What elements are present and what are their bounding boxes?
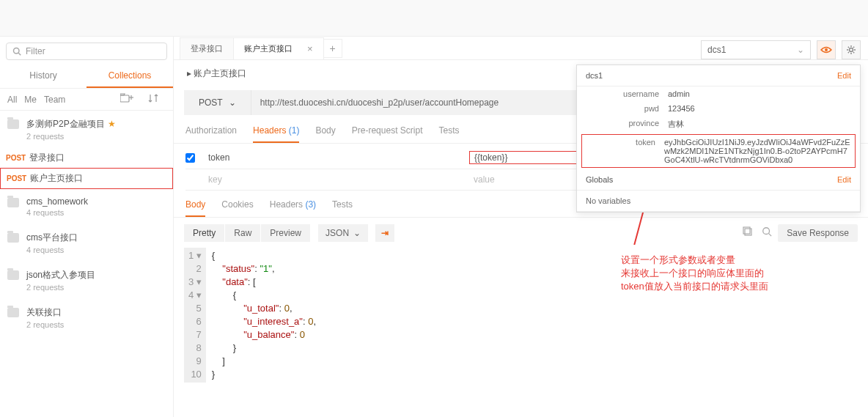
var-key: token	[586, 138, 655, 164]
header-key-placeholder[interactable]: key	[205, 174, 469, 185]
content-area: dcs1 ⌄ dcs1 Edit usernameadmin pwd123456…	[174, 37, 868, 417]
collection-item[interactable]: 多测师P2P金融项目★ 2 requests	[0, 111, 173, 148]
scope-all[interactable]: All	[7, 95, 17, 105]
svg-point-9	[763, 228, 770, 235]
method-tag: POST	[6, 154, 29, 162]
resp-tab-cookies[interactable]: Cookies	[221, 199, 253, 217]
code-content: { "status": "1", "data": [ { "u_total": …	[206, 248, 322, 383]
folder-icon	[7, 119, 19, 129]
resp-tab-body[interactable]: Body	[185, 199, 205, 217]
filter-placeholder: Filter	[26, 46, 45, 56]
collection-count: 2 requests	[26, 132, 166, 141]
svg-rect-2	[120, 95, 129, 102]
collection-name: cms_homework	[26, 196, 166, 207]
add-tab-button[interactable]: +	[323, 39, 342, 58]
environment-selected: dcs1	[707, 45, 726, 55]
request-tab[interactable]: 账户主页接口×	[233, 37, 324, 59]
scope-team[interactable]: Team	[44, 95, 65, 105]
folder-icon	[7, 233, 19, 243]
environment-quicklook-button[interactable]	[817, 40, 836, 59]
line-gutter: 1 ▾23 ▾4 ▾5678910	[184, 248, 206, 383]
chevron-down-icon: ⌄	[797, 45, 804, 55]
search-icon[interactable]	[759, 224, 775, 242]
collection-name: 多测师P2P金融项目	[26, 119, 105, 129]
var-value: 吉林	[668, 119, 851, 130]
environment-popover: dcs1 Edit usernameadmin pwd123456 provin…	[576, 64, 861, 213]
edit-env-link[interactable]: Edit	[837, 71, 851, 80]
view-pretty[interactable]: Pretty	[184, 224, 224, 242]
folder-icon	[7, 270, 19, 280]
header-checkbox[interactable]	[185, 153, 195, 163]
header-key[interactable]: token	[205, 152, 469, 163]
no-variables-text: No variables	[577, 191, 860, 212]
view-raw[interactable]: Raw	[225, 224, 260, 242]
sidebar: Filter History Collections All Me Team	[0, 37, 174, 417]
var-key: province	[586, 119, 659, 130]
edit-globals-link[interactable]: Edit	[837, 175, 851, 184]
environment-select[interactable]: dcs1 ⌄	[701, 40, 811, 59]
folder-icon	[7, 198, 19, 207]
wrap-toggle[interactable]: ⇥	[375, 224, 394, 242]
copy-icon[interactable]	[740, 224, 756, 242]
var-value: eyJhbGciOiJIUzI1NiJ9.eyJzdWIiOiJ4aWFvd2F…	[664, 138, 850, 164]
collection-item[interactable]: cms平台接口 4 requests	[0, 224, 173, 262]
resp-tab-headers[interactable]: Headers (3)	[270, 199, 316, 217]
view-preview[interactable]: Preview	[261, 224, 310, 242]
tab-headers[interactable]: Headers (1)	[253, 125, 299, 143]
star-icon: ★	[108, 119, 116, 129]
tab-prerequest[interactable]: Pre-request Script	[352, 125, 423, 143]
svg-rect-8	[743, 227, 750, 234]
scope-me[interactable]: Me	[24, 95, 37, 105]
close-icon[interactable]: ×	[307, 43, 313, 54]
request-name: 登录接口	[29, 152, 65, 164]
collection-item[interactable]: 关联接口 2 requests	[0, 299, 173, 336]
collection-name: 关联接口	[26, 306, 166, 319]
var-key: pwd	[586, 104, 659, 113]
collection-item[interactable]: cms_homework 4 requests	[0, 189, 173, 224]
format-select[interactable]: JSON ⌄	[318, 224, 368, 242]
app-top-bar	[0, 0, 868, 37]
method-select[interactable]: POST ⌄	[184, 90, 251, 115]
tab-collections[interactable]: Collections	[87, 64, 173, 88]
chevron-down-icon: ⌄	[353, 228, 361, 238]
method-tag: POST	[7, 174, 30, 182]
request-name: 账户主页接口	[30, 172, 83, 185]
request-item[interactable]: POST 账户主页接口	[0, 168, 173, 189]
request-item[interactable]: POST 登录接口	[0, 148, 173, 168]
var-key: username	[586, 89, 659, 98]
collection-count: 4 requests	[26, 246, 166, 254]
tab-history[interactable]: History	[0, 64, 87, 88]
resp-tab-tests[interactable]: Tests	[332, 199, 353, 217]
collection-count: 2 requests	[26, 320, 166, 329]
folder-icon	[7, 308, 19, 317]
collection-count: 4 requests	[26, 208, 166, 217]
new-collection-icon[interactable]	[120, 93, 133, 106]
save-response-button[interactable]: Save Response	[778, 224, 858, 242]
request-tab[interactable]: 登录接口	[180, 37, 234, 59]
collection-name: cms平台接口	[26, 232, 166, 244]
var-value: 123456	[668, 104, 851, 113]
tab-tests[interactable]: Tests	[438, 125, 459, 143]
globals-label: Globals	[586, 175, 613, 184]
env-name: dcs1	[586, 71, 603, 80]
svg-line-10	[769, 234, 772, 237]
settings-button[interactable]	[842, 40, 861, 59]
search-icon	[12, 47, 21, 56]
sort-icon[interactable]	[148, 93, 158, 106]
filter-input[interactable]: Filter	[6, 43, 167, 60]
var-value: admin	[668, 89, 851, 98]
svg-point-5	[825, 48, 828, 51]
collection-name: json格式入参项目	[26, 269, 166, 281]
chevron-down-icon: ⌄	[229, 97, 236, 108]
svg-point-0	[14, 48, 20, 54]
svg-point-6	[850, 48, 853, 52]
svg-line-1	[18, 53, 21, 55]
collection-count: 2 requests	[26, 283, 166, 292]
svg-rect-7	[745, 229, 751, 235]
tab-body[interactable]: Body	[315, 125, 335, 143]
collection-item[interactable]: json格式入参项目 2 requests	[0, 262, 173, 299]
annotation-text: 设置一个形式参数或者变量 来接收上一个接口的响应体里面的 token值放入当前接…	[621, 254, 768, 293]
tab-authorization[interactable]: Authorization	[185, 125, 237, 143]
